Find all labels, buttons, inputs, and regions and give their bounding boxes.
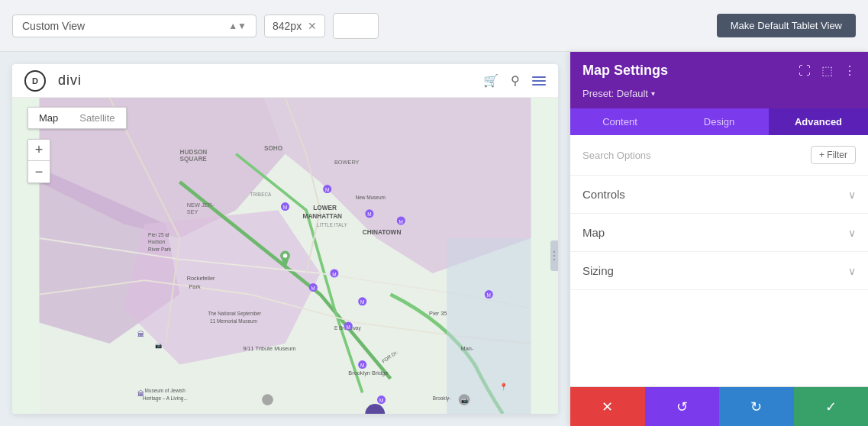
- confirm-button[interactable]: ✓: [794, 387, 869, 426]
- svg-text:M: M: [367, 211, 371, 217]
- svg-text:M: M: [325, 187, 329, 192]
- map-tab-satellite[interactable]: Satellite: [69, 108, 125, 128]
- map-view-tabs: Map Satellite: [27, 107, 127, 129]
- preset-arrow-icon: ▾: [651, 89, 655, 98]
- svg-text:Hudson: Hudson: [148, 239, 166, 244]
- svg-text:NEW JER-: NEW JER-: [187, 202, 215, 208]
- map-tab-map[interactable]: Map: [28, 108, 69, 128]
- main-content: D divi 🛒 ⚲: [0, 52, 868, 426]
- tab-advanced[interactable]: Advanced: [769, 108, 868, 135]
- svg-rect-5: [447, 238, 531, 414]
- svg-text:M: M: [360, 363, 364, 368]
- make-default-button[interactable]: Make Default Tablet View: [717, 14, 856, 37]
- px-extra-input[interactable]: [333, 13, 379, 39]
- settings-body: Search Options + Filter Controls ∨ Map ∨…: [570, 135, 868, 386]
- preset-label: Preset: Default: [582, 88, 648, 99]
- svg-text:HUDSON: HUDSON: [180, 149, 208, 156]
- logo-text: divi: [58, 73, 82, 89]
- cart-icon[interactable]: 🛒: [483, 73, 499, 88]
- svg-point-62: [283, 253, 288, 258]
- resize-handle[interactable]: [550, 240, 558, 271]
- svg-text:Man-: Man-: [461, 345, 474, 352]
- action-bar: ✕ ↺ ↻ ✓: [570, 386, 868, 426]
- section-map[interactable]: Map ∨: [570, 214, 868, 252]
- svg-text:M: M: [283, 205, 287, 210]
- resize-dot-2: [553, 255, 555, 257]
- preset-row[interactable]: Preset: Default ▾: [582, 88, 856, 99]
- svg-text:SEY: SEY: [187, 208, 198, 215]
- hamburger-icon[interactable]: [532, 76, 546, 86]
- svg-text:M: M: [360, 299, 364, 305]
- svg-text:📷: 📷: [461, 397, 469, 404]
- svg-text:M: M: [379, 398, 383, 403]
- svg-text:M: M: [347, 324, 350, 330]
- more-options-icon[interactable]: ⋮: [844, 63, 856, 78]
- cancel-button[interactable]: ✕: [570, 387, 645, 426]
- resize-dots: [553, 251, 555, 260]
- reset-button[interactable]: ↺: [645, 387, 720, 426]
- svg-text:M: M: [399, 219, 403, 224]
- preview-area: D divi 🛒 ⚲: [0, 52, 570, 426]
- redo-button[interactable]: ↻: [719, 387, 794, 426]
- svg-text:M: M: [487, 292, 491, 298]
- logo-letter: D: [32, 76, 38, 86]
- svg-text:River Park: River Park: [148, 247, 172, 252]
- svg-text:DUMBO: DUMBO: [391, 412, 412, 414]
- browser-frame: D divi 🛒 ⚲: [12, 64, 558, 414]
- svg-text:Brookly-: Brookly-: [433, 395, 451, 402]
- svg-text:SQUARE: SQUARE: [180, 156, 208, 163]
- svg-text:🏛: 🏛: [137, 389, 144, 398]
- search-icon[interactable]: ⚲: [511, 73, 520, 88]
- svg-text:BOWERY: BOWERY: [334, 159, 360, 166]
- filter-button[interactable]: + Filter: [811, 146, 856, 164]
- view-select[interactable]: Custom View ▲▼: [12, 15, 257, 37]
- tab-design[interactable]: Design: [670, 108, 769, 135]
- settings-title: Map Settings: [582, 63, 668, 79]
- section-controls[interactable]: Controls ∨: [570, 176, 868, 214]
- expand-icon[interactable]: ⛶: [799, 64, 811, 78]
- hamburger-line-1: [532, 76, 546, 78]
- svg-text:CHINATOWN: CHINATOWN: [363, 229, 402, 236]
- map-chevron-icon: ∨: [848, 227, 856, 239]
- svg-text:Heritage – A Living...: Heritage – A Living...: [143, 395, 188, 402]
- settings-tabs: Content Design Advanced: [570, 108, 868, 135]
- settings-title-row: Map Settings ⛶ ⬚ ⋮: [582, 63, 856, 79]
- svg-text:The National September: The National September: [208, 311, 262, 317]
- svg-text:Park: Park: [189, 283, 200, 290]
- svg-text:Pier 35: Pier 35: [429, 310, 447, 317]
- view-select-text: Custom View: [22, 20, 85, 32]
- section-sizing-label: Sizing: [582, 264, 614, 277]
- svg-text:Brooklyn Bridge: Brooklyn Bridge: [348, 370, 388, 376]
- hamburger-line-2: [532, 80, 546, 82]
- settings-panel: Map Settings ⛶ ⬚ ⋮ Preset: Default ▾ Con…: [570, 52, 868, 426]
- px-close-icon[interactable]: ✕: [308, 20, 317, 32]
- settings-header: Map Settings ⛶ ⬚ ⋮ Preset: Default ▾: [570, 52, 868, 108]
- svg-text:New Museum: New Museum: [356, 195, 386, 200]
- browser-icons: 🛒 ⚲: [483, 73, 546, 88]
- svg-text:TRIBECA: TRIBECA: [250, 192, 273, 197]
- svg-text:···: ···: [372, 411, 378, 414]
- columns-icon[interactable]: ⬚: [821, 63, 833, 78]
- svg-text:Pier 25 at: Pier 25 at: [148, 232, 169, 237]
- zoom-controls: + −: [27, 139, 50, 183]
- svg-text:M: M: [311, 286, 315, 291]
- px-value: 842px: [273, 20, 302, 32]
- sizing-chevron-icon: ∨: [848, 265, 856, 277]
- svg-text:National Museum of: National Museum of: [124, 413, 167, 414]
- map-area: HUDSON SQUARE SOHO BOWERY NEW JER- SEY T…: [12, 98, 558, 414]
- settings-header-icons: ⛶ ⬚ ⋮: [799, 63, 856, 78]
- tab-content[interactable]: Content: [570, 108, 670, 135]
- svg-text:🏛: 🏛: [137, 330, 144, 338]
- search-bar: Search Options + Filter: [570, 135, 868, 176]
- resize-dot-1: [553, 251, 555, 253]
- zoom-out-button[interactable]: −: [28, 161, 50, 182]
- resize-dot-3: [553, 259, 555, 260]
- top-bar: Custom View ▲▼ 842px ✕ Make Default Tabl…: [0, 0, 868, 52]
- logo-circle: D: [24, 70, 46, 92]
- section-sizing[interactable]: Sizing ∨: [570, 252, 868, 290]
- zoom-in-button[interactable]: +: [28, 140, 50, 161]
- map-svg: HUDSON SQUARE SOHO BOWERY NEW JER- SEY T…: [12, 98, 558, 414]
- svg-text:📷: 📷: [155, 342, 163, 349]
- svg-text:M: M: [332, 272, 336, 277]
- svg-text:Museum of Jewish: Museum of Jewish: [145, 388, 186, 393]
